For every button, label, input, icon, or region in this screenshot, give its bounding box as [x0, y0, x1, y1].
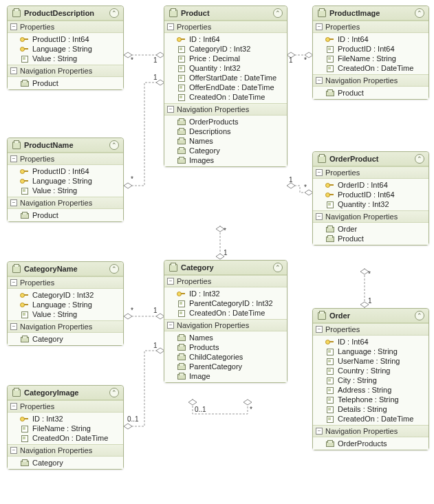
- property-row[interactable]: Language : String: [313, 347, 428, 356]
- navprop-row[interactable]: OrderProducts: [164, 117, 287, 127]
- property-row[interactable]: Language : String: [8, 44, 123, 54]
- properties-section-header[interactable]: −Properties: [313, 323, 428, 336]
- property-row[interactable]: ProductID : Int64: [313, 44, 428, 54]
- section-toggle[interactable]: −: [167, 106, 174, 113]
- property-row[interactable]: Quantity : Int32: [164, 63, 287, 73]
- navprop-row[interactable]: ChildCategories: [164, 352, 287, 362]
- entity-order[interactable]: Order⌃−PropertiesID : Int64Language : St…: [312, 308, 429, 450]
- entity-header[interactable]: Category⌃: [164, 261, 287, 275]
- property-row[interactable]: ID : Int32: [8, 414, 123, 424]
- section-toggle[interactable]: −: [316, 326, 323, 333]
- entity-header[interactable]: CategoryName⌃: [8, 262, 123, 276]
- navprops-section-header[interactable]: −Navigation Properties: [8, 197, 123, 209]
- property-row[interactable]: OfferStartDate : DateTime: [164, 73, 287, 83]
- entity-productname[interactable]: ProductName⌃−PropertiesProductID : Int64…: [7, 138, 124, 222]
- property-row[interactable]: ProductID : Int64: [8, 34, 123, 44]
- navprop-row[interactable]: Names: [164, 136, 287, 146]
- navprop-row[interactable]: Images: [164, 155, 287, 165]
- property-row[interactable]: CreatedOn : DateTime: [8, 433, 123, 443]
- property-row[interactable]: CategoryID : Int32: [8, 290, 123, 300]
- property-row[interactable]: Telephone : String: [313, 395, 428, 404]
- navprop-row[interactable]: Product: [313, 234, 428, 243]
- property-row[interactable]: CreatedOn : DateTime: [313, 63, 428, 73]
- entity-productdescription[interactable]: ProductDescription⌃−PropertiesProductID …: [7, 6, 124, 90]
- properties-section-header[interactable]: −Properties: [8, 276, 123, 289]
- navprops-section-header[interactable]: −Navigation Properties: [8, 444, 123, 457]
- navprop-row[interactable]: Category: [8, 334, 123, 344]
- navprop-row[interactable]: Descriptions: [164, 127, 287, 136]
- section-toggle[interactable]: −: [316, 428, 323, 435]
- property-row[interactable]: Country : String: [313, 366, 428, 375]
- entity-categoryname[interactable]: CategoryName⌃−PropertiesCategoryID : Int…: [7, 261, 124, 346]
- navprops-section-header[interactable]: −Navigation Properties: [313, 74, 428, 87]
- collapse-button[interactable]: ⌃: [109, 140, 119, 150]
- section-toggle[interactable]: −: [316, 23, 323, 30]
- properties-section-header[interactable]: −Properties: [8, 21, 123, 33]
- property-row[interactable]: Quantity : Int32: [313, 199, 428, 209]
- section-toggle[interactable]: −: [10, 155, 17, 162]
- property-row[interactable]: Value : String: [8, 309, 123, 319]
- entity-category[interactable]: Category⌃−PropertiesID : Int32ParentCate…: [164, 260, 287, 383]
- property-row[interactable]: Address : String: [313, 385, 428, 395]
- property-row[interactable]: ID : Int64: [164, 34, 287, 44]
- properties-section-header[interactable]: −Properties: [313, 21, 428, 33]
- navprops-section-header[interactable]: −Navigation Properties: [313, 425, 428, 437]
- entity-header[interactable]: ProductName⌃: [8, 138, 123, 153]
- navprops-section-header[interactable]: −Navigation Properties: [8, 320, 123, 333]
- navprop-row[interactable]: Product: [8, 78, 123, 88]
- property-row[interactable]: ID : Int32: [164, 289, 287, 298]
- collapse-button[interactable]: ⌃: [415, 154, 424, 164]
- entity-header[interactable]: CategoryImage⌃: [8, 386, 123, 400]
- property-row[interactable]: ID : Int64: [313, 337, 428, 347]
- section-toggle[interactable]: −: [316, 77, 323, 84]
- section-toggle[interactable]: −: [10, 323, 17, 330]
- entity-header[interactable]: ProductDescription⌃: [8, 6, 123, 21]
- property-row[interactable]: City : String: [313, 375, 428, 385]
- collapse-button[interactable]: ⌃: [415, 311, 424, 320]
- collapse-button[interactable]: ⌃: [273, 263, 283, 272]
- collapse-button[interactable]: ⌃: [109, 8, 119, 18]
- property-row[interactable]: Language : String: [8, 300, 123, 309]
- navprops-section-header[interactable]: −Navigation Properties: [164, 103, 287, 116]
- section-toggle[interactable]: −: [167, 322, 174, 329]
- property-row[interactable]: Language : String: [8, 176, 123, 186]
- entity-product[interactable]: Product⌃−PropertiesID : Int64CategoryID …: [164, 6, 287, 167]
- section-toggle[interactable]: −: [167, 23, 174, 30]
- property-row[interactable]: Value : String: [8, 186, 123, 195]
- collapse-button[interactable]: ⌃: [273, 8, 283, 18]
- collapse-button[interactable]: ⌃: [109, 264, 119, 274]
- property-row[interactable]: CreatedOn : DateTime: [164, 308, 287, 318]
- property-row[interactable]: OfferEndDate : DateTime: [164, 83, 287, 92]
- property-row[interactable]: OrderID : Int64: [313, 180, 428, 190]
- property-row[interactable]: Value : String: [8, 54, 123, 63]
- navprop-row[interactable]: Names: [164, 333, 287, 342]
- property-row[interactable]: UserName : String: [313, 356, 428, 366]
- navprop-row[interactable]: Product: [8, 210, 123, 220]
- entity-header[interactable]: OrderProduct⌃: [313, 152, 428, 166]
- property-row[interactable]: CategoryID : Int32: [164, 44, 287, 54]
- section-toggle[interactable]: −: [10, 23, 17, 30]
- property-row[interactable]: FileName : String: [313, 54, 428, 63]
- navprop-row[interactable]: Order: [313, 224, 428, 234]
- entity-header[interactable]: Order⌃: [313, 309, 428, 323]
- property-row[interactable]: CreatedOn : DateTime: [313, 414, 428, 424]
- entity-categoryimage[interactable]: CategoryImage⌃−PropertiesID : Int32FileN…: [7, 385, 124, 470]
- properties-section-header[interactable]: −Properties: [164, 275, 287, 287]
- entity-header[interactable]: ProductImage⌃: [313, 6, 428, 21]
- navprop-row[interactable]: Category: [164, 146, 287, 155]
- section-toggle[interactable]: −: [10, 403, 17, 410]
- navprop-row[interactable]: ParentCategory: [164, 362, 287, 371]
- navprops-section-header[interactable]: −Navigation Properties: [313, 210, 428, 223]
- section-toggle[interactable]: −: [10, 67, 17, 74]
- navprop-row[interactable]: Image: [164, 371, 287, 381]
- property-row[interactable]: ParentCategoryID : Int32: [164, 298, 287, 308]
- property-row[interactable]: ID : Int64: [313, 34, 428, 44]
- entity-orderproduct[interactable]: OrderProduct⌃−PropertiesOrderID : Int64P…: [312, 151, 429, 245]
- section-toggle[interactable]: −: [167, 278, 174, 285]
- collapse-button[interactable]: ⌃: [415, 8, 424, 18]
- property-row[interactable]: Price : Decimal: [164, 54, 287, 63]
- navprop-row[interactable]: Product: [313, 88, 428, 98]
- navprops-section-header[interactable]: −Navigation Properties: [164, 319, 287, 331]
- properties-section-header[interactable]: −Properties: [8, 400, 123, 413]
- navprop-row[interactable]: Products: [164, 342, 287, 352]
